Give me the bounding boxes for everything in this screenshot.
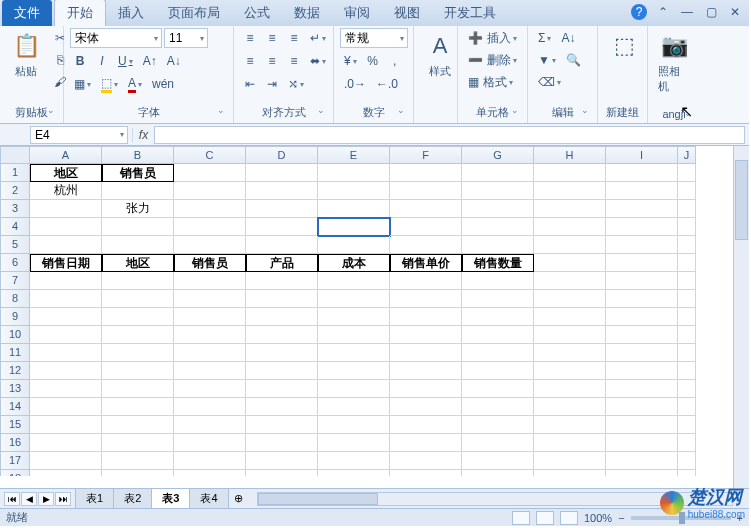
cell-J11[interactable] — [678, 344, 696, 362]
cell-B11[interactable] — [102, 344, 174, 362]
cell-D4[interactable] — [246, 218, 318, 236]
cell-H15[interactable] — [534, 416, 606, 434]
cell-F10[interactable] — [390, 326, 462, 344]
cell-C8[interactable] — [174, 290, 246, 308]
cell-A6[interactable]: 销售日期 — [30, 254, 102, 272]
cell-I4[interactable] — [606, 218, 678, 236]
cell-I16[interactable] — [606, 434, 678, 452]
cell-I13[interactable] — [606, 380, 678, 398]
clear-button[interactable]: ⌫ — [534, 72, 565, 92]
indent-inc-button[interactable]: ⇥ — [262, 74, 282, 94]
cell-I14[interactable] — [606, 398, 678, 416]
close-icon[interactable]: ✕ — [727, 4, 743, 20]
cell-G7[interactable] — [462, 272, 534, 290]
sheet-tab-2[interactable]: 表2 — [113, 489, 152, 509]
wrap-text-button[interactable]: ↵ — [306, 28, 330, 48]
cell-E16[interactable] — [318, 434, 390, 452]
col-I[interactable]: I — [606, 146, 678, 164]
col-G[interactable]: G — [462, 146, 534, 164]
align-bottom-button[interactable]: ≡ — [284, 28, 304, 48]
view-pagebreak-button[interactable] — [560, 511, 578, 525]
cell-I1[interactable] — [606, 164, 678, 182]
hscroll-thumb[interactable] — [258, 493, 378, 505]
cell-C11[interactable] — [174, 344, 246, 362]
cell-D10[interactable] — [246, 326, 318, 344]
cell-J13[interactable] — [678, 380, 696, 398]
cell-E18[interactable] — [318, 470, 390, 476]
row-header-2[interactable]: 2 — [0, 182, 30, 200]
cell-G6[interactable]: 销售数量 — [462, 254, 534, 272]
tab-data[interactable]: 数据 — [282, 0, 332, 26]
sheet-tab-3[interactable]: 表3 — [151, 489, 190, 509]
cell-G12[interactable] — [462, 362, 534, 380]
row-header-15[interactable]: 15 — [0, 416, 30, 434]
cell-G15[interactable] — [462, 416, 534, 434]
cell-G1[interactable] — [462, 164, 534, 182]
cell-C7[interactable] — [174, 272, 246, 290]
tab-dev[interactable]: 开发工具 — [432, 0, 508, 26]
cell-F1[interactable] — [390, 164, 462, 182]
cell-H7[interactable] — [534, 272, 606, 290]
row-header-14[interactable]: 14 — [0, 398, 30, 416]
align-left-button[interactable]: ≡ — [240, 51, 260, 71]
cell-D7[interactable] — [246, 272, 318, 290]
orientation-button[interactable]: ⤭ — [284, 74, 308, 94]
cell-B6[interactable]: 地区 — [102, 254, 174, 272]
cell-D11[interactable] — [246, 344, 318, 362]
cell-H1[interactable] — [534, 164, 606, 182]
cell-E4[interactable] — [318, 218, 390, 236]
font-color-button[interactable]: A — [124, 74, 146, 94]
cell-I18[interactable] — [606, 470, 678, 476]
cell-D6[interactable]: 产品 — [246, 254, 318, 272]
cell-H12[interactable] — [534, 362, 606, 380]
cell-F3[interactable] — [390, 200, 462, 218]
cell-B7[interactable] — [102, 272, 174, 290]
cell-B18[interactable] — [102, 470, 174, 476]
sheet-tab-1[interactable]: 表1 — [75, 489, 114, 509]
new-sheet-button[interactable]: ⊕ — [228, 492, 249, 505]
tab-formula[interactable]: 公式 — [232, 0, 282, 26]
cell-G5[interactable] — [462, 236, 534, 254]
cell-C15[interactable] — [174, 416, 246, 434]
cell-B13[interactable] — [102, 380, 174, 398]
currency-button[interactable]: ¥ — [340, 51, 361, 71]
cell-J16[interactable] — [678, 434, 696, 452]
tab-layout[interactable]: 页面布局 — [156, 0, 232, 26]
sheet-nav-prev[interactable]: ◀ — [21, 492, 37, 506]
fill-color-button[interactable]: ⬚ — [97, 74, 122, 94]
cell-A15[interactable] — [30, 416, 102, 434]
cell-H2[interactable] — [534, 182, 606, 200]
cell-J15[interactable] — [678, 416, 696, 434]
cell-B4[interactable] — [102, 218, 174, 236]
cell-E12[interactable] — [318, 362, 390, 380]
cell-H11[interactable] — [534, 344, 606, 362]
cell-D18[interactable] — [246, 470, 318, 476]
cell-E9[interactable] — [318, 308, 390, 326]
align-middle-button[interactable]: ≡ — [262, 28, 282, 48]
cell-I8[interactable] — [606, 290, 678, 308]
cell-D12[interactable] — [246, 362, 318, 380]
cell-I6[interactable] — [606, 254, 678, 272]
cell-J18[interactable] — [678, 470, 696, 476]
font-size-select[interactable]: 11 — [164, 28, 208, 48]
sheet-tab-4[interactable]: 表4 — [189, 489, 228, 509]
row-header-8[interactable]: 8 — [0, 290, 30, 308]
cell-E8[interactable] — [318, 290, 390, 308]
cell-I17[interactable] — [606, 452, 678, 470]
cell-H18[interactable] — [534, 470, 606, 476]
row-header-16[interactable]: 16 — [0, 434, 30, 452]
cell-J8[interactable] — [678, 290, 696, 308]
cell-C2[interactable] — [174, 182, 246, 200]
cell-C6[interactable]: 销售员 — [174, 254, 246, 272]
cell-E10[interactable] — [318, 326, 390, 344]
autosum-button[interactable]: Σ — [534, 28, 555, 48]
view-normal-button[interactable] — [512, 511, 530, 525]
sheet-nav-next[interactable]: ▶ — [38, 492, 54, 506]
cell-E13[interactable] — [318, 380, 390, 398]
cell-G9[interactable] — [462, 308, 534, 326]
row-header-6[interactable]: 6 — [0, 254, 30, 272]
cell-J2[interactable] — [678, 182, 696, 200]
cell-B3[interactable]: 张力 — [102, 200, 174, 218]
sheet-nav-first[interactable]: ⏮ — [4, 492, 20, 506]
shrink-font-button[interactable]: A↓ — [163, 51, 185, 71]
